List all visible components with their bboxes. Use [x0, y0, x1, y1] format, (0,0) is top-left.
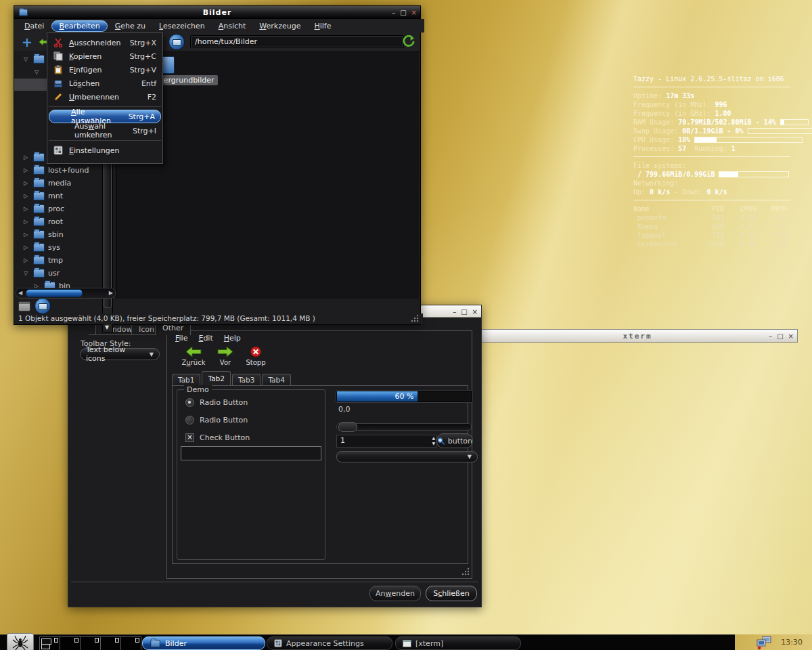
- desktop: Tazzy - Linux 2.6.25.5-slitaz on i686 Up…: [0, 0, 812, 650]
- expander-icon: ▷: [24, 219, 30, 225]
- close-button[interactable]: Schließen: [426, 586, 477, 601]
- radio-button-1[interactable]: Radio Button: [185, 398, 248, 407]
- scroll-right-icon[interactable]: ▶: [109, 290, 113, 296]
- resize-grip[interactable]: [409, 314, 419, 323]
- preview-menu-help[interactable]: Help: [224, 334, 241, 343]
- back-toolbar-button[interactable]: Zurück: [176, 346, 211, 366]
- menu-bearbeiten[interactable]: Bearbeiten: [51, 20, 107, 32]
- tree-item[interactable]: ▷tmp: [14, 254, 116, 267]
- tree-item[interactable]: ▷sys: [14, 241, 116, 254]
- menu-item-preferences[interactable]: Einstellungen: [47, 144, 162, 157]
- path-bar[interactable]: /home/tux/Bilder: [190, 35, 404, 48]
- taskbar-item-bilder[interactable]: Bilder: [142, 636, 265, 650]
- preview-tab2[interactable]: Tab2: [202, 371, 230, 385]
- home-folder-icon[interactable]: [35, 298, 51, 314]
- toolbar-style-combo[interactable]: Text below icons▼: [80, 348, 160, 360]
- close-button[interactable]: ×: [788, 332, 794, 340]
- workspace-pager[interactable]: [39, 636, 141, 649]
- ram-bar: [780, 119, 809, 125]
- workspace-2[interactable]: [60, 636, 80, 650]
- slider[interactable]: [336, 423, 472, 431]
- terminal-icon: [403, 640, 411, 647]
- side-pane-icon[interactable]: [18, 301, 30, 311]
- xterm-title: xterm: [478, 332, 797, 341]
- resize-grip[interactable]: [460, 567, 470, 576]
- preview-tab1[interactable]: Tab1: [172, 374, 200, 385]
- refresh-icon[interactable]: [403, 35, 415, 47]
- radio-button-2[interactable]: Radio Button: [185, 416, 248, 425]
- menu-hilfe[interactable]: Hilfe: [308, 20, 337, 32]
- menu-ansicht[interactable]: Ansicht: [212, 20, 252, 32]
- tree-item[interactable]: ▷proc: [14, 202, 116, 215]
- tree-item[interactable]: ▷media: [14, 177, 116, 190]
- scrollbar-thumb[interactable]: [26, 289, 83, 297]
- swap-bar: [748, 128, 812, 134]
- menu-item-copy[interactable]: KopierenStrg+C: [47, 49, 162, 63]
- slider-handle[interactable]: [338, 422, 357, 432]
- taskbar-item-xterm[interactable]: [xterm]: [395, 636, 521, 650]
- workspace-5[interactable]: [120, 636, 141, 650]
- process-table-header: NamePIDCPU%MEM%: [633, 204, 790, 213]
- tree-item[interactable]: ▷lost+found: [14, 164, 116, 177]
- menu-datei[interactable]: Datei: [18, 20, 50, 32]
- check-button[interactable]: ×Check Button: [185, 433, 250, 442]
- preview-menu-edit[interactable]: Edit: [198, 334, 212, 343]
- preview-tab3[interactable]: Tab3: [232, 374, 261, 385]
- menu-lesezeichen[interactable]: Lesezeichen: [153, 20, 211, 32]
- progress-label: 60 %: [337, 392, 472, 401]
- new-tab-icon[interactable]: +: [20, 35, 35, 49]
- clock[interactable]: 13:30: [781, 638, 803, 647]
- stop-toolbar-button[interactable]: Stopp: [238, 346, 273, 366]
- chevron-down-icon: ▼: [468, 454, 472, 460]
- menu-item-paste[interactable]: EinfügenStrg+V: [47, 63, 162, 77]
- tree-item[interactable]: ▷root: [14, 215, 116, 228]
- spin-button[interactable]: 1 ▲▼: [336, 435, 437, 448]
- expander-icon: ▷: [24, 167, 30, 173]
- demo-button[interactable]: button: [436, 433, 473, 448]
- maximize-button[interactable]: □: [400, 9, 406, 16]
- process-row: screenshot12660.002.16: [633, 240, 790, 248]
- horizontal-scrollbar[interactable]: ◀ ▶: [16, 288, 116, 299]
- minimize-button[interactable]: –: [769, 332, 772, 340]
- scroll-down-icon[interactable]: ▼: [103, 324, 111, 330]
- minimize-button[interactable]: –: [453, 308, 456, 316]
- demo-combo-box[interactable]: ▼: [336, 451, 478, 462]
- menu-werkzeuge[interactable]: Werkzeuge: [253, 20, 307, 32]
- minimize-button[interactable]: –: [392, 9, 395, 16]
- back-arrow-icon: [185, 346, 202, 358]
- scrollbar-thumb[interactable]: [104, 151, 112, 308]
- tree-item[interactable]: ▷mnt: [14, 190, 116, 202]
- menu-gehezu[interactable]: Gehe zu: [109, 20, 152, 32]
- radio-icon: [185, 398, 194, 407]
- apply-button[interactable]: Anwenden: [369, 586, 421, 601]
- workspace-1[interactable]: [39, 636, 60, 650]
- xterm-window[interactable]: xterm – □ ×: [477, 329, 798, 343]
- tree-item[interactable]: ▽usr: [14, 267, 116, 280]
- maximize-button[interactable]: □: [461, 308, 467, 316]
- network-monitors-icon[interactable]: [755, 636, 773, 650]
- menu-item-select-all[interactable]: Alle auswählenStrg+A: [49, 110, 161, 123]
- appearance-settings-window: Appearance Settings – □ × Other Window I…: [68, 305, 482, 607]
- radio-icon: [185, 416, 194, 425]
- menu-item-rename[interactable]: UmbenennenF2: [47, 90, 162, 104]
- preview-tab4[interactable]: Tab4: [262, 374, 290, 385]
- workspace-4[interactable]: [100, 636, 120, 650]
- scroll-left-icon[interactable]: ◀: [18, 290, 22, 296]
- taskbar-item-appearance[interactable]: Appearance Settings: [267, 636, 392, 650]
- tree-item[interactable]: ▷sbin: [14, 228, 116, 241]
- expander-icon: ▷: [24, 257, 30, 263]
- titlebar[interactable]: Bilder – □ ×: [14, 6, 420, 19]
- expander-icon: ▷: [24, 193, 30, 199]
- spin-arrows[interactable]: ▲▼: [432, 435, 435, 446]
- menu-item-cut[interactable]: AusschneidenStrg+X: [47, 36, 162, 49]
- workspace-3[interactable]: [80, 636, 100, 650]
- start-menu-button[interactable]: [7, 633, 34, 650]
- maximize-button[interactable]: □: [777, 332, 783, 340]
- forward-arrow-icon: [217, 346, 233, 358]
- demo-text-entry[interactable]: [181, 446, 321, 460]
- home-icon[interactable]: [168, 34, 185, 50]
- menu-item-invert-selection[interactable]: Auswahl umkehrenStrg+I: [47, 124, 162, 137]
- menu-item-delete[interactable]: LöschenEntf: [47, 77, 162, 90]
- close-button[interactable]: ×: [472, 308, 478, 316]
- close-button[interactable]: ×: [411, 9, 417, 16]
